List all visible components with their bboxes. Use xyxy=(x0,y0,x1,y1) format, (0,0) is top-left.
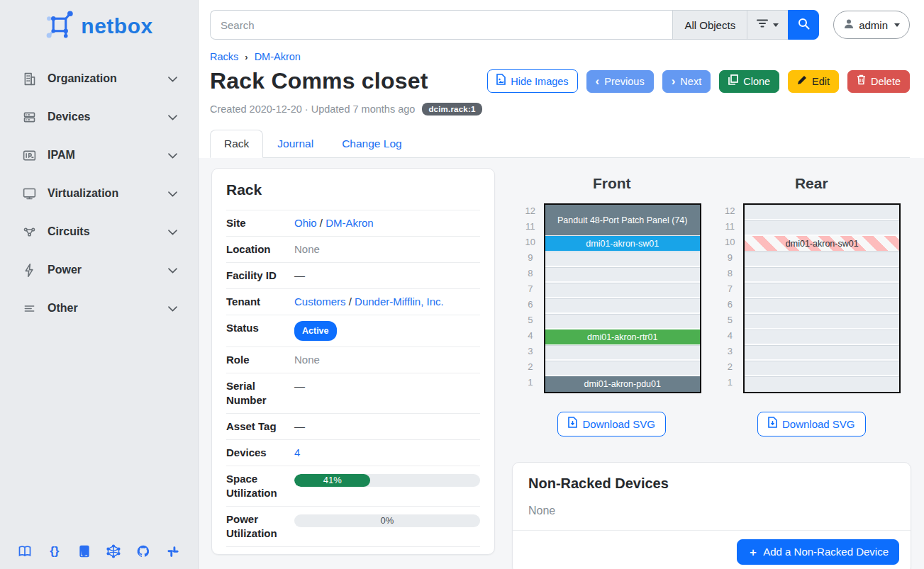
tenant-link[interactable]: Dunder-Mifflin, Inc. xyxy=(355,295,444,308)
site-link-dm-akron[interactable]: DM-Akron xyxy=(325,217,374,229)
unit-number: 4 xyxy=(722,328,737,344)
rack-slot-empty[interactable] xyxy=(545,283,700,298)
add-non-racked-device-button[interactable]: ＋ Add a Non-Racked Device xyxy=(737,539,899,565)
rack-slot-empty[interactable] xyxy=(745,298,899,314)
rack-device[interactable]: dmi01-akron-rtr01 xyxy=(545,329,700,345)
unit-number: 1 xyxy=(722,375,737,390)
power-utilization-label: Power Utilization xyxy=(226,512,294,541)
unit-number: 12 xyxy=(722,203,737,219)
journal-icon[interactable] xyxy=(77,543,92,559)
rack-slot-empty[interactable] xyxy=(545,267,700,283)
next-button[interactable]: › Next xyxy=(662,70,711,93)
rack-slot-empty[interactable] xyxy=(545,298,700,314)
unit-number: 7 xyxy=(523,281,538,297)
sidebar-item-power[interactable]: Power xyxy=(0,251,198,289)
unit-number: 5 xyxy=(523,312,538,328)
unit-number: 4 xyxy=(523,328,538,344)
tab-change-log[interactable]: Change Log xyxy=(328,130,416,158)
space-utilization-fill: 41% xyxy=(294,474,370,487)
sidebar-item-label: Virtualization xyxy=(48,187,118,200)
page-header: All Objects admin xyxy=(199,0,924,158)
unit-number: 12 xyxy=(523,203,538,219)
download-svg-button[interactable]: Download SVG xyxy=(557,412,666,436)
hide-images-label: Hide Images xyxy=(511,74,568,89)
power-utilization-value: 0% xyxy=(294,514,480,527)
delete-button[interactable]: Delete xyxy=(847,70,910,93)
rack-slot-empty[interactable] xyxy=(745,267,899,283)
rack-slot-empty[interactable] xyxy=(545,314,700,329)
detail-row-tenant: Tenant Customers / Dunder-Mifflin, Inc. xyxy=(226,288,480,315)
api-icon[interactable]: {} xyxy=(47,543,62,559)
serial-value: — xyxy=(294,379,480,393)
devices-count-link[interactable]: 4 xyxy=(294,446,300,458)
rack-card-title: Rack xyxy=(226,181,480,198)
breadcrumb-racks[interactable]: Racks xyxy=(210,51,238,62)
unit-number: 11 xyxy=(523,219,538,235)
unit-number: 6 xyxy=(523,297,538,312)
sidebar-item-label: Power xyxy=(48,264,82,276)
sidebar-menu: OrganizationDevicesIPAMVirtualizationCir… xyxy=(0,45,198,327)
rack-device[interactable]: dmi01-akron-sw01 xyxy=(745,236,899,252)
elevation-front: Front121110987654321Panduit 48-Port Patc… xyxy=(512,168,712,436)
sidebar-item-organization[interactable]: Organization xyxy=(0,60,198,98)
location-label: Location xyxy=(226,242,294,257)
download-svg-button[interactable]: Download SVG xyxy=(757,412,866,436)
rack-device[interactable]: dmi01-akron-sw01 xyxy=(545,236,700,252)
graphql-icon[interactable] xyxy=(106,543,121,559)
rack-slot-empty[interactable] xyxy=(745,283,899,298)
hide-images-button[interactable]: Hide Images xyxy=(487,69,577,93)
rack-device[interactable]: dmi01-akron-pdu01 xyxy=(545,376,700,392)
rack-slot-empty[interactable] xyxy=(745,314,899,329)
rack-slot-empty[interactable] xyxy=(545,252,700,267)
trash-icon xyxy=(857,74,866,89)
edit-button[interactable]: Edit xyxy=(788,70,839,93)
search-input[interactable] xyxy=(210,10,672,40)
previous-button[interactable]: ‹ Previous xyxy=(586,70,654,93)
sidebar-item-label: IPAM xyxy=(48,149,75,162)
rack-device[interactable]: Panduit 48-Port Patch Panel (74) xyxy=(545,205,700,236)
clone-button[interactable]: Clone xyxy=(719,70,779,93)
rack-slot-empty[interactable] xyxy=(745,252,899,267)
power-icon xyxy=(21,262,37,278)
github-icon[interactable] xyxy=(135,543,151,559)
detail-row-serial: Serial Number — xyxy=(226,373,480,413)
rack-slot-empty[interactable] xyxy=(545,361,700,376)
non-racked-footer: ＋ Add a Non-Racked Device xyxy=(513,530,911,569)
tab-rack[interactable]: Rack xyxy=(210,130,263,158)
sidebar-item-devices[interactable]: Devices xyxy=(0,98,198,136)
docs-icon[interactable] xyxy=(17,543,33,559)
rack-slot-empty[interactable] xyxy=(745,220,899,236)
breadcrumb: Racks › DM-Akron xyxy=(210,51,910,62)
power-utilization-bar: 0% xyxy=(294,514,480,527)
tab-journal[interactable]: Journal xyxy=(263,130,328,158)
rack-slot-empty[interactable] xyxy=(745,205,899,220)
organization-icon xyxy=(21,71,37,86)
rack-slot-empty[interactable] xyxy=(745,345,899,361)
user-menu[interactable]: admin xyxy=(833,11,910,39)
slack-icon[interactable] xyxy=(165,543,181,559)
content: Rack Site Ohio / DM-Akron Location None … xyxy=(199,158,924,569)
search-scope-button[interactable]: All Objects xyxy=(672,10,747,40)
chevron-right-icon: › xyxy=(672,77,676,86)
non-racked-title: Non-Racked Devices xyxy=(528,475,895,492)
netbox-logo[interactable]: netbox xyxy=(0,0,198,45)
rack-slot-empty[interactable] xyxy=(745,376,899,392)
rack-slot-empty[interactable] xyxy=(745,361,899,376)
sidebar-item-circuits[interactable]: Circuits xyxy=(0,213,198,251)
sidebar-item-ipam[interactable]: IPAM xyxy=(0,136,198,174)
unit-number: 10 xyxy=(523,235,538,250)
search-filter-button[interactable] xyxy=(747,10,788,40)
netbox-logo-icon xyxy=(45,10,74,43)
rack-slot-empty[interactable] xyxy=(545,345,700,361)
unit-number: 3 xyxy=(523,344,538,359)
space-utilization-label: Space Utilization xyxy=(226,472,294,500)
unit-number: 3 xyxy=(722,344,737,359)
role-label: Role xyxy=(226,353,294,367)
site-link-ohio[interactable]: Ohio xyxy=(294,217,317,229)
sidebar-item-virtualization[interactable]: Virtualization xyxy=(0,174,198,213)
sidebar-item-other[interactable]: Other xyxy=(0,289,198,327)
rack-slot-empty[interactable] xyxy=(745,329,899,345)
tenant-group-link[interactable]: Customers xyxy=(294,295,346,308)
breadcrumb-dm-akron[interactable]: DM-Akron xyxy=(255,51,301,62)
search-submit-button[interactable] xyxy=(788,10,819,40)
